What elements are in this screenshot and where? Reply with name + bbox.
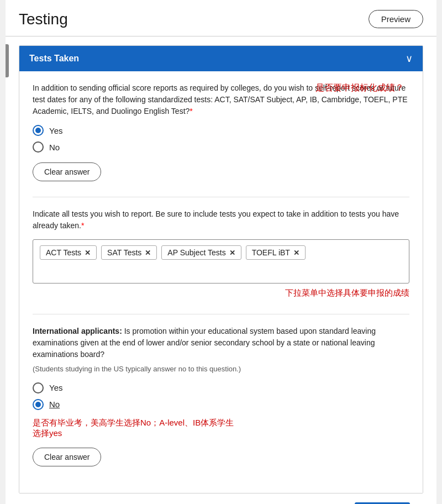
question-2-block: Indicate all tests you wish to report. B… (33, 208, 409, 298)
question-3-option-yes[interactable]: Yes (33, 382, 409, 393)
tag-ap-tests: AP Subject Tests ✕ (161, 245, 241, 260)
divider-2 (33, 314, 409, 314)
tag-toefl-tests: TOEFL iBT ✕ (246, 245, 306, 260)
question-2-text: Indicate all tests you wish to report. B… (33, 208, 409, 232)
tag-ap-remove[interactable]: ✕ (229, 249, 235, 257)
page-title: Testing (19, 11, 68, 28)
question-3-option-no[interactable]: No (33, 399, 409, 410)
radio-q3-yes-circle[interactable] (33, 382, 44, 393)
question-3-radio-group: Yes No (33, 382, 409, 410)
radio-q3-yes-label: Yes (49, 383, 62, 392)
radio-yes-circle[interactable] (33, 125, 44, 136)
tags-container[interactable]: ACT Tests ✕ SAT Tests ✕ AP Subject Tests… (33, 239, 409, 284)
tag-toefl-remove[interactable]: ✕ (293, 249, 299, 257)
radio-no-circle[interactable] (33, 141, 44, 153)
tag-act-tests: ACT Tests ✕ (40, 245, 97, 260)
tag-act-label: ACT Tests (46, 248, 81, 257)
chevron-down-icon[interactable]: ∨ (406, 53, 413, 65)
required-star-2: * (81, 221, 84, 230)
next-button[interactable]: Next > (355, 502, 410, 505)
question-1-block: In addition to sending official score re… (33, 82, 409, 181)
annotation-1: 是否要申报标化成绩？ (315, 82, 404, 94)
left-accent-bar (6, 44, 9, 77)
annotation-3: 是否有毕业考，美高学生选择No；A-level、IB体系学生 选择yes (33, 418, 409, 439)
section-title: Tests Taken (29, 54, 79, 64)
question-1-option-yes[interactable]: Yes (33, 125, 409, 136)
tag-sat-remove[interactable]: ✕ (145, 249, 151, 257)
radio-q3-no-label: No (49, 400, 60, 409)
section-header[interactable]: Tests Taken ∨ (19, 46, 423, 71)
annotation-2: 下拉菜单中选择具体要申报的成绩 (33, 288, 409, 298)
question-3-text: International applicants: Is promotion w… (33, 326, 409, 360)
radio-no-label: No (49, 143, 60, 152)
clear-answer-button-1[interactable]: Clear answer (33, 162, 101, 181)
section-card: Tests Taken ∨ In addition to sending off… (19, 45, 423, 494)
required-star-1: * (190, 107, 192, 116)
radio-yes-label: Yes (49, 126, 62, 135)
clear-answer-button-3[interactable]: Clear answer (33, 448, 101, 466)
divider-1 (33, 197, 409, 197)
question-1-option-no[interactable]: No (33, 141, 409, 153)
main-content: Tests Taken ∨ In addition to sending off… (6, 36, 436, 504)
question-3-note: (Students studying in the US typically a… (33, 364, 409, 375)
tag-ap-label: AP Subject Tests (167, 248, 225, 257)
question-3-block: International applicants: Is promotion w… (33, 326, 409, 466)
page-header: Testing Preview (6, 0, 436, 36)
preview-button[interactable]: Preview (369, 10, 423, 28)
tag-sat-tests: SAT Tests ✕ (101, 245, 157, 260)
radio-q3-no-circle[interactable] (33, 399, 44, 410)
tag-act-remove[interactable]: ✕ (85, 249, 91, 257)
section-body: In addition to sending official score re… (19, 71, 423, 493)
tag-sat-label: SAT Tests (107, 248, 141, 257)
international-label: International applicants: (33, 327, 122, 335)
question-1-radio-group: Yes No (33, 125, 409, 153)
tag-toefl-label: TOEFL iBT (252, 248, 290, 257)
bottom-bar: Next > (19, 494, 423, 505)
